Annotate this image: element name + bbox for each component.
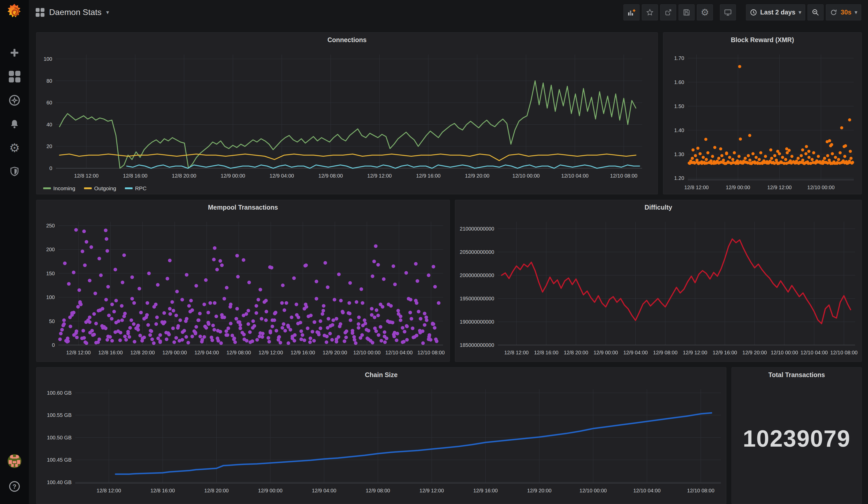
plus-icon [9,48,20,58]
svg-text:12/9 00:00: 12/9 00:00 [258,488,282,493]
svg-text:12/10 08:00: 12/10 08:00 [830,350,858,356]
panel-title[interactable]: Block Reward (XMR) [663,36,861,44]
dashboards-icon [9,71,20,82]
svg-text:1.70: 1.70 [674,55,684,61]
dashboard-grid: Connections 02040608010012/8 12:0012/8 1… [29,24,868,504]
user-avatar[interactable] [7,454,22,468]
svg-text:100.45 GB: 100.45 GB [47,457,72,463]
sidebar-item-help[interactable]: ? [7,479,22,494]
svg-text:12/9 00:00: 12/9 00:00 [221,173,245,178]
bell-icon [9,119,20,130]
svg-text:12/10 04:00: 12/10 04:00 [561,173,589,178]
svg-text:12/8 16:00: 12/8 16:00 [98,350,123,356]
legend-item[interactable]: Incoming [43,185,75,192]
svg-text:12/9 04:00: 12/9 04:00 [194,350,219,356]
svg-text:12/8 20:00: 12/8 20:00 [564,350,588,356]
share-button[interactable] [660,4,676,20]
cycle-view-button[interactable] [720,4,736,20]
svg-text:12/8 16:00: 12/8 16:00 [534,350,559,356]
svg-text:12/9 16:00: 12/9 16:00 [473,488,498,493]
svg-text:12/9 16:00: 12/9 16:00 [713,350,737,356]
sidebar-item-explore[interactable] [7,93,22,107]
panel-difficulty: Difficulty 18500000000019000000000019500… [455,200,862,362]
svg-text:100: 100 [46,295,55,300]
svg-text:12/8 16:00: 12/8 16:00 [123,173,148,178]
zoom-out-button[interactable] [807,4,824,20]
svg-text:12/8 12:00: 12/8 12:00 [74,173,99,178]
svg-text:200000000000: 200000000000 [460,272,494,278]
add-panel-icon [627,8,636,17]
legend-color-dash [125,187,133,189]
svg-text:12/10 00:00: 12/10 00:00 [512,173,540,178]
settings-button[interactable]: ⚙ [697,4,713,20]
chain-size-chart[interactable]: 100.40 GB100.45 GB100.50 GB100.55 GB100.… [37,368,726,504]
legend-label: Incoming [53,185,75,192]
refresh-interval-picker[interactable]: 30s ▾ [826,4,861,20]
svg-text:100: 100 [44,56,52,62]
svg-text:20: 20 [46,143,52,149]
legend-item[interactable]: RPC [125,185,146,192]
svg-text:12/10 04:00: 12/10 04:00 [800,350,828,356]
svg-text:12/9 04:00: 12/9 04:00 [623,350,648,356]
sidebar-item-alerting[interactable] [7,117,22,131]
avatar-identicon [7,454,22,469]
legend-label: Outgoing [94,185,116,192]
sidebar-item-server-admin[interactable] [7,164,22,179]
star-button[interactable] [642,4,658,20]
add-panel-button[interactable] [623,4,640,20]
legend-label: RPC [135,185,146,192]
panel-title[interactable]: Mempool Transactions [37,204,450,211]
svg-text:50: 50 [49,318,55,324]
legend-item[interactable]: Outgoing [84,185,116,192]
difficulty-chart[interactable]: 1850000000001900000000001950000000002000… [455,200,861,362]
zoom-out-icon [812,9,819,16]
svg-text:12/8 20:00: 12/8 20:00 [204,488,229,493]
star-icon [646,9,654,16]
svg-text:1.60: 1.60 [674,79,684,85]
save-button[interactable] [679,4,694,20]
svg-text:12/9 20:00: 12/9 20:00 [323,350,347,356]
sidebar-item-configuration[interactable]: ⚙ [7,141,22,155]
legend-color-dash [84,187,92,189]
panel-title[interactable]: Connections [37,36,658,44]
block-reward-chart[interactable]: 1.201.301.401.501.601.7012/8 12:0012/9 0… [663,33,861,194]
gear-icon: ⚙ [9,142,20,154]
svg-text:12/9 08:00: 12/9 08:00 [319,173,343,178]
connections-chart[interactable]: 02040608010012/8 12:0012/8 16:0012/8 20:… [37,33,658,194]
svg-text:100.40 GB: 100.40 GB [47,480,72,485]
svg-text:12/10 08:00: 12/10 08:00 [610,173,638,178]
panel-title[interactable]: Difficulty [455,204,861,211]
svg-text:1.40: 1.40 [674,127,684,133]
chevron-down-icon[interactable]: ▾ [106,9,109,16]
dashboard-header: Daemon Stats ▾ [29,0,868,24]
sidebar-item-dashboards[interactable] [7,69,22,84]
svg-text:12/8 12:00: 12/8 12:00 [97,488,121,493]
svg-text:250: 250 [46,223,55,228]
toolbar: ⚙ Last 2 days ▾ [623,4,861,20]
svg-text:12/10 08:00: 12/10 08:00 [687,488,714,493]
sidebar-item-create[interactable] [7,45,22,60]
save-icon [683,9,690,16]
svg-text:12/9 12:00: 12/9 12:00 [367,173,392,178]
refresh-icon [830,9,837,16]
mempool-chart[interactable]: 05010015020025012/8 12:0012/8 16:0012/8 … [37,200,450,362]
svg-text:12/9 16:00: 12/9 16:00 [416,173,441,178]
grafana-logo[interactable] [5,3,24,22]
panel-chain-size: Chain Size 100.40 GB100.45 GB100.50 GB10… [36,367,726,504]
svg-text:12/9 16:00: 12/9 16:00 [291,350,315,356]
time-range-picker[interactable]: Last 2 days ▾ [746,4,805,20]
panel-mempool: Mempool Transactions 05010015020025012/8… [36,200,450,362]
time-range-label: Last 2 days [760,9,795,16]
panel-title[interactable]: Total Transactions [732,371,861,379]
compass-icon [9,94,20,106]
svg-text:60: 60 [46,100,52,105]
svg-text:12/8 16:00: 12/8 16:00 [151,488,175,493]
panel-title[interactable]: Chain Size [37,371,726,379]
svg-text:12/10 00:00: 12/10 00:00 [580,488,607,493]
svg-text:12/8 12:00: 12/8 12:00 [66,350,91,356]
legend-color-dash [43,187,51,189]
dashboard-title[interactable]: Daemon Stats [49,8,102,17]
svg-text:0: 0 [49,165,52,171]
svg-text:100.50 GB: 100.50 GB [47,435,72,440]
panel-total-transactions: Total Transactions 10239079 [732,367,862,504]
